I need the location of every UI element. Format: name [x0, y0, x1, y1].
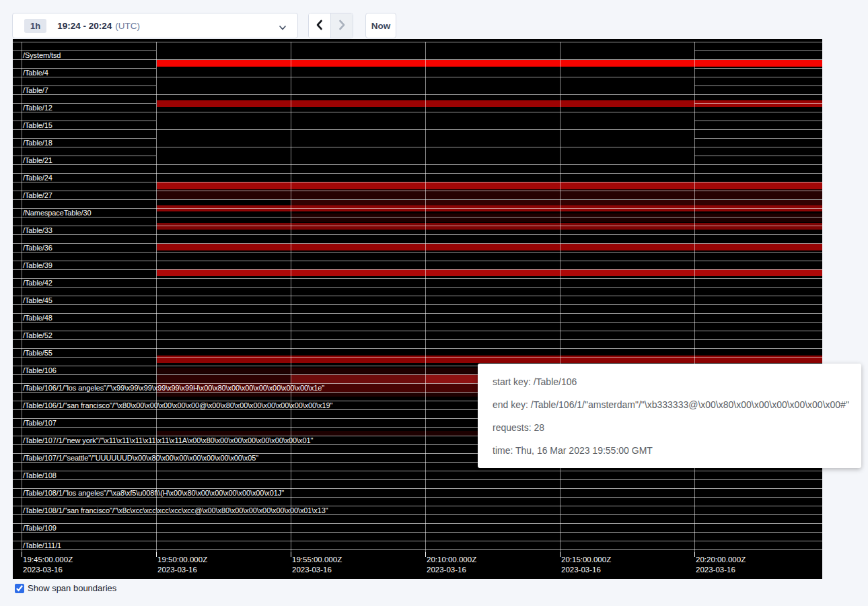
grid-hline: [13, 182, 822, 182]
tooltip-start-key: start key: /Table/106: [493, 376, 846, 387]
time-nav-group: [308, 13, 353, 38]
heatmap-band[interactable]: [157, 269, 822, 276]
heatmap-band[interactable]: [291, 374, 425, 383]
axis-tick: [560, 552, 560, 557]
grid-hline: [13, 541, 822, 541]
tooltip-requests: requests: 28: [493, 422, 846, 433]
row-label: /Table/109: [23, 524, 57, 533]
heatmap-band[interactable]: [157, 60, 822, 67]
grid-hline: [13, 331, 822, 331]
grid-hline: [13, 199, 822, 200]
axis-date-label: 2023-03-16: [23, 566, 63, 574]
grid-hline: [13, 252, 822, 252]
hover-tooltip: start key: /Table/106 end key: /Table/10…: [478, 364, 861, 468]
axis-date-label: 2023-03-16: [696, 566, 735, 574]
grid-hline: [13, 226, 822, 226]
heatmap-band[interactable]: [157, 182, 822, 189]
grid-hline: [13, 269, 822, 270]
grid-hline: [694, 156, 822, 156]
row-label: /Table/106: [23, 366, 57, 375]
heatmap-band[interactable]: [157, 374, 291, 383]
grid-hline: [13, 173, 822, 174]
row-label: /Table/39: [23, 261, 52, 270]
grid-hline: [13, 523, 822, 524]
grid-hline: [694, 50, 822, 51]
grid-hline: [13, 234, 822, 235]
tooltip-time: time: Thu, 16 Mar 2023 19:55:00 GMT: [493, 445, 846, 456]
grid-hline: [13, 348, 822, 349]
grid-vline: [560, 42, 560, 552]
grid-hline: [694, 103, 822, 104]
axis-time-label: 20:10:00.000Z: [427, 556, 476, 564]
tooltip-end-key: end key: /Table/106/1/"amsterdam"/"\xb33…: [493, 399, 846, 410]
grid-hline: [13, 112, 822, 112]
grid-hline: [13, 147, 822, 147]
row-label: /Table/108/1/"los angeles"/"\xa8\xf5\u00…: [23, 489, 284, 498]
grid-hline: [13, 208, 822, 209]
grid-hline: [13, 77, 822, 77]
prev-time-button[interactable]: [309, 13, 330, 38]
row-label: /Table/36: [23, 244, 52, 252]
heatmap-band[interactable]: [157, 100, 822, 107]
grid-hline: [13, 191, 822, 191]
grid-vline: [22, 42, 22, 552]
chevron-down-icon: [279, 22, 287, 34]
grid-hline: [13, 287, 822, 288]
row-label: /Table/107/1/"new york"/"\x11\x11\x11\x1…: [23, 436, 313, 445]
row-label: /NamespaceTable/30: [23, 209, 92, 217]
row-label: /Table/24: [23, 174, 52, 182]
row-label: /System/tsd: [23, 51, 61, 60]
axis-time-label: 19:55:00.000Z: [292, 556, 342, 564]
grid-hline: [13, 479, 822, 480]
grid-hline: [694, 68, 822, 69]
time-range-label: 19:24 - 20:24: [57, 21, 112, 31]
row-label: /Table/52: [23, 331, 52, 340]
grid-hline: [13, 304, 822, 305]
row-label: /Table/33: [23, 226, 52, 235]
axis-time-label: 19:45:00.000Z: [23, 556, 73, 564]
row-label: /Table/106/1/"san francisco"/"\x80\x00\x…: [23, 401, 332, 410]
heatmap-band[interactable]: [291, 200, 822, 205]
grid-hline: [13, 129, 822, 130]
grid-hline: [13, 339, 822, 340]
grid-hline: [694, 121, 822, 121]
key-visualizer-canvas[interactable]: /System/tsd/Table/4/Table/7/Table/12/Tab…: [13, 39, 822, 579]
axis-date-label: 2023-03-16: [157, 566, 197, 574]
row-label: /Table/107: [23, 419, 57, 428]
row-label: /Table/18: [23, 139, 52, 147]
grid-hline: [13, 549, 822, 550]
grid-vline: [694, 42, 695, 552]
grid-hline: [13, 313, 822, 314]
grid-hline: [13, 42, 822, 42]
duration-badge: 1h: [24, 19, 46, 33]
axis-time-label: 20:15:00.000Z: [561, 556, 611, 564]
grid-vline: [291, 42, 291, 552]
grid-hline: [13, 322, 822, 323]
grid-hline: [13, 243, 822, 244]
row-label: /Table/106/1/"los angeles"/"\x99\x99\x99…: [23, 384, 324, 393]
row-label: /Table/15: [23, 121, 52, 130]
now-button[interactable]: Now: [365, 13, 396, 38]
heatmap-band[interactable]: [291, 213, 822, 222]
grid-vline: [156, 42, 157, 552]
grid-vline: [425, 42, 426, 552]
grid-hline: [13, 471, 822, 471]
row-label: /Table/42: [23, 279, 52, 288]
row-label: /Table/107/1/"seattle"/"UUUUUUD\x00\x80\…: [23, 454, 258, 463]
time-range-picker[interactable]: 1h 19:24 - 20:24 (UTC): [12, 13, 298, 38]
grid-hline: [694, 138, 822, 139]
heatmap-band[interactable]: [157, 223, 822, 230]
axis-time-label: 19:50:00.000Z: [157, 556, 207, 564]
axis-tick: [22, 552, 22, 557]
row-label: /Table/45: [23, 296, 52, 305]
time-zone-label: (UTC): [115, 21, 140, 31]
show-span-boundaries-checkbox[interactable]: [15, 584, 24, 593]
axis-tick: [156, 552, 157, 557]
axis-tick: [291, 552, 291, 557]
row-label: /Table/7: [23, 86, 48, 95]
next-time-button[interactable]: [330, 13, 353, 38]
row-label: /Table/48: [23, 314, 52, 323]
row-label: /Table/21: [23, 156, 52, 165]
row-label: /Table/55: [23, 349, 52, 358]
heatmap-band[interactable]: [157, 244, 822, 250]
